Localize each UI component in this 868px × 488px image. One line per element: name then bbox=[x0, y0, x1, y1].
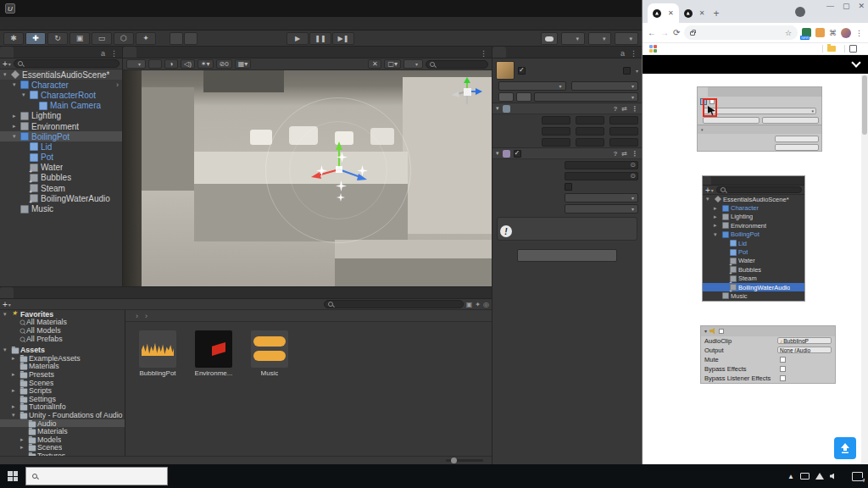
tree-row[interactable]: ▾ EssentialsAudioScene* bbox=[703, 195, 804, 203]
tag-dropdown[interactable] bbox=[498, 81, 566, 91]
taskbar-search[interactable] bbox=[25, 467, 168, 485]
expand-arrow-icon[interactable]: ▾ bbox=[706, 196, 714, 202]
browser-tab-background[interactable]: ✕ bbox=[679, 3, 710, 23]
gizmos-dropdown[interactable] bbox=[403, 59, 423, 69]
position-x-field[interactable] bbox=[542, 116, 570, 125]
expand-arrow-icon[interactable]: ▸ bbox=[714, 214, 721, 220]
avatar-object-field[interactable] bbox=[565, 172, 638, 180]
tree-row[interactable]: ▸ ExampleAssets bbox=[0, 354, 125, 363]
expand-arrow-icon[interactable]: ▸ bbox=[12, 371, 19, 378]
step-button[interactable]: ▶❚ bbox=[332, 32, 354, 45]
hierarchy-search-input[interactable] bbox=[14, 59, 120, 68]
tree-row[interactable]: ▸ Environment bbox=[703, 221, 804, 230]
move-tool-icon[interactable]: ✚ bbox=[25, 32, 46, 45]
tree-row[interactable]: ▸ Presets bbox=[0, 370, 125, 379]
browser-menu-icon[interactable]: ⋮ bbox=[855, 29, 863, 37]
transform-component-header[interactable]: ▾ ?⇄⋮ bbox=[492, 103, 642, 114]
rotation-y-field[interactable] bbox=[576, 127, 604, 136]
tree-row[interactable]: Main Camera bbox=[0, 101, 122, 111]
url-input[interactable]: ☆ bbox=[684, 25, 798, 40]
tree-row[interactable]: ▸ Models bbox=[0, 435, 125, 444]
apply-root-motion-checkbox[interactable] bbox=[565, 183, 572, 191]
add-component-button[interactable] bbox=[517, 249, 617, 262]
inspector-tab[interactable] bbox=[492, 47, 506, 58]
controller-object-field[interactable] bbox=[565, 161, 638, 169]
browser-tab-active[interactable]: ✕ bbox=[648, 3, 679, 23]
tree-row[interactable]: ▾ Assets bbox=[0, 346, 125, 354]
expand-arrow-icon[interactable]: ▾ bbox=[13, 81, 20, 88]
maximize-button[interactable]: ▢ bbox=[843, 2, 850, 10]
layers-dropdown[interactable] bbox=[588, 32, 612, 45]
forward-icon[interactable]: → bbox=[660, 28, 669, 37]
rotate-tool-icon[interactable]: ↻ bbox=[47, 32, 68, 45]
close-button[interactable]: ✕ bbox=[858, 2, 865, 10]
help-icon[interactable]: ? bbox=[613, 105, 617, 113]
rotation-x-field[interactable] bbox=[542, 127, 570, 136]
effects-dropdown-icon[interactable]: ✶▾ bbox=[198, 59, 214, 69]
new-tab-button[interactable]: + bbox=[713, 8, 719, 19]
lighting-toggle-icon[interactable]: ◑ bbox=[164, 59, 178, 69]
pivot-mode-button[interactable] bbox=[170, 32, 183, 45]
component-menu-icon[interactable]: ⋮ bbox=[632, 150, 638, 158]
2d-toggle[interactable] bbox=[148, 59, 162, 69]
extension-icon[interactable] bbox=[815, 28, 825, 37]
apps-grid-icon[interactable] bbox=[649, 45, 657, 53]
pause-button[interactable]: ❚❚ bbox=[309, 32, 331, 45]
scene-orientation-gizmo[interactable] bbox=[449, 75, 485, 111]
tree-row[interactable]: Steam bbox=[703, 274, 804, 283]
hidden-objects-icon[interactable]: ⊘0 bbox=[216, 59, 232, 69]
position-y-field[interactable] bbox=[576, 116, 604, 125]
tree-row[interactable]: Settings bbox=[0, 395, 125, 403]
position-z-field[interactable] bbox=[609, 116, 638, 125]
expand-arrow-icon[interactable]: ▾ bbox=[714, 231, 721, 238]
animator-enabled-checkbox[interactable] bbox=[514, 150, 521, 158]
audio-toggle-icon[interactable]: ◁) bbox=[181, 59, 195, 69]
tree-row[interactable]: BoilingWaterAudio bbox=[0, 193, 122, 203]
presets-icon[interactable]: ⇄ bbox=[621, 105, 627, 113]
tree-row[interactable]: Audio bbox=[0, 419, 125, 428]
tree-row[interactable]: Materials bbox=[0, 427, 125, 435]
asset-item[interactable]: BubblingPot bbox=[134, 330, 181, 377]
tree-row[interactable]: Lid bbox=[0, 141, 122, 152]
close-tab-icon[interactable]: ✕ bbox=[668, 9, 674, 17]
scene-search-input[interactable] bbox=[426, 60, 488, 69]
back-icon[interactable]: ← bbox=[648, 28, 656, 37]
extensions-puzzle-icon[interactable]: ⌘ bbox=[829, 29, 837, 37]
search-by-label-icon[interactable]: ✦ bbox=[475, 301, 481, 308]
scale-y-field[interactable] bbox=[576, 138, 604, 147]
scroll-to-top-button[interactable] bbox=[834, 437, 856, 459]
lock-icon[interactable]: a bbox=[101, 49, 105, 58]
tree-row[interactable]: ▾ BoilingPot bbox=[0, 131, 122, 141]
scene-tab[interactable] bbox=[123, 47, 136, 58]
tree-row[interactable]: Pot bbox=[703, 247, 804, 256]
static-dropdown[interactable] bbox=[623, 67, 638, 75]
component-menu-icon[interactable]: ⋮ bbox=[632, 105, 638, 113]
scale-z-field[interactable] bbox=[609, 138, 638, 147]
create-add-button[interactable]: + bbox=[3, 59, 11, 69]
tree-row[interactable]: Music bbox=[703, 291, 804, 300]
action-center-icon[interactable] bbox=[852, 472, 863, 481]
update-mode-dropdown[interactable] bbox=[565, 193, 638, 202]
reload-icon[interactable]: ⟳ bbox=[673, 28, 680, 37]
tree-row[interactable]: ▸ Character bbox=[703, 203, 804, 212]
thumbnail-zoom-slider[interactable] bbox=[446, 459, 483, 462]
prefab-chevron-icon[interactable]: › bbox=[116, 80, 119, 89]
layer-dropdown[interactable] bbox=[571, 81, 639, 91]
tree-row[interactable]: Bubbles bbox=[703, 265, 804, 274]
project-tab[interactable] bbox=[0, 287, 14, 298]
display-tray-icon[interactable] bbox=[800, 473, 810, 480]
tree-row[interactable]: Music bbox=[0, 203, 122, 214]
hierarchy-tab[interactable] bbox=[0, 47, 14, 58]
cloud-services-icon[interactable] bbox=[541, 32, 558, 45]
asset-item[interactable]: Music bbox=[246, 330, 293, 377]
expand-arrow-icon[interactable]: ▾ bbox=[3, 311, 11, 318]
tree-row[interactable]: Scenes bbox=[0, 379, 125, 387]
tree-row[interactable]: ▾ EssentialsAudioScene* bbox=[0, 69, 122, 80]
camera-dropdown-icon[interactable]: ▢▾ bbox=[384, 59, 401, 69]
play-button[interactable]: ▶ bbox=[287, 32, 309, 45]
expand-arrow-icon[interactable]: ▾ bbox=[3, 347, 11, 353]
create-add-button[interactable]: + bbox=[3, 300, 11, 309]
rect-tool-icon[interactable]: ▭ bbox=[92, 32, 112, 45]
tree-row[interactable]: Bubbles bbox=[0, 173, 122, 183]
expand-arrow-icon[interactable]: ▾ bbox=[12, 412, 19, 419]
